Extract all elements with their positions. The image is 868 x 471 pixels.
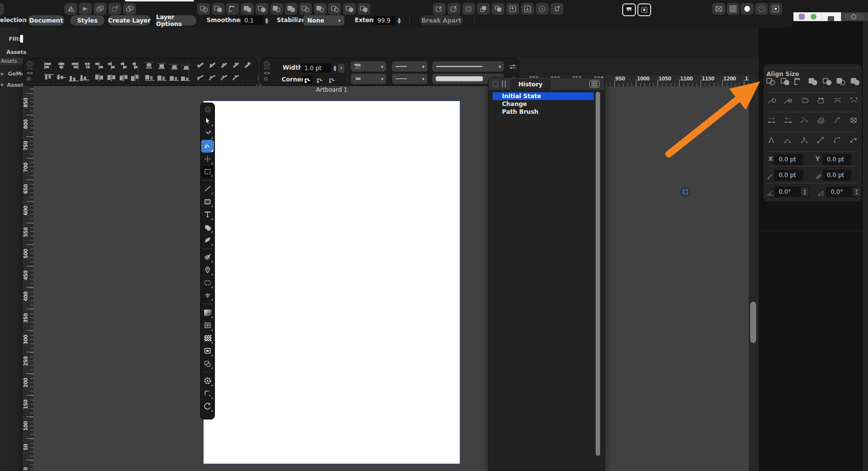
shape-tool[interactable] — [201, 357, 214, 370]
freeform-brush-tool[interactable] — [201, 234, 214, 246]
stroke-style-dropdown[interactable]: ▾ — [392, 61, 427, 72]
stroke-align-dropdown[interactable]: ▾ — [351, 61, 386, 72]
history-item[interactable]: Change — [493, 100, 594, 108]
swap-order-button[interactable] — [551, 3, 563, 15]
distribute-bottom-icon[interactable] — [118, 74, 129, 82]
align-bottom-icon[interactable] — [68, 74, 79, 82]
x-value-field[interactable]: 0.0 pt — [774, 154, 803, 165]
width-stepper[interactable]: ▲▼ — [332, 63, 338, 73]
align-middle-stack-icon[interactable] — [157, 61, 167, 70]
union-button[interactable] — [197, 3, 210, 15]
pattern-tool[interactable] — [201, 332, 214, 344]
align-center-h-icon[interactable] — [56, 61, 67, 70]
distribute-edge-v-icon[interactable] — [130, 74, 140, 82]
intersect-icon[interactable] — [807, 77, 819, 86]
profile-f-icon[interactable] — [195, 74, 206, 82]
history-drag-grip[interactable] — [502, 80, 506, 87]
combine-back-button[interactable] — [299, 3, 312, 15]
align-edge-h-icon[interactable] — [79, 61, 90, 70]
duplicate-swap-button[interactable] — [123, 3, 136, 15]
pixel-pattern-button[interactable] — [727, 3, 739, 15]
flip-vertical-button[interactable] — [79, 3, 92, 15]
expanded-triangle-icon[interactable]: ▼ — [0, 83, 3, 87]
align-edge-v-icon[interactable] — [79, 74, 90, 82]
shear-v-field[interactable]: 0.0 pt — [822, 170, 851, 181]
subtract-icon[interactable] — [779, 77, 791, 86]
align-top-stack-icon[interactable] — [144, 61, 155, 70]
contrast-preview-button[interactable] — [741, 3, 754, 15]
pull-down-button[interactable] — [536, 3, 549, 15]
point-transform-tool[interactable] — [201, 153, 214, 165]
profile-e-icon[interactable] — [242, 61, 253, 70]
align-left-icon[interactable] — [44, 61, 54, 70]
paint-brush-tool[interactable] — [201, 251, 214, 263]
break-apart-button[interactable]: Break Apart — [420, 15, 463, 26]
profile-h-icon[interactable] — [219, 74, 230, 82]
shape-builder-tool[interactable] — [201, 221, 214, 234]
color-picker-tool[interactable] — [201, 263, 214, 276]
history-menu-icon[interactable] — [589, 80, 600, 88]
merge-button[interactable] — [226, 3, 239, 15]
intersect-button[interactable] — [241, 3, 254, 15]
trim-button[interactable] — [285, 3, 297, 15]
export-slice-button[interactable] — [712, 3, 725, 15]
panel-expand-icon[interactable]: <> — [263, 71, 271, 76]
round-corner-button[interactable] — [315, 76, 325, 84]
focus-ring-button[interactable] — [755, 3, 768, 15]
selection-marquee-tool[interactable] — [202, 166, 213, 178]
profile-d-icon[interactable] — [231, 61, 241, 70]
profile-i-icon[interactable] — [231, 74, 241, 82]
delete-path-icon[interactable] — [848, 115, 860, 125]
corner-angle-icon[interactable] — [765, 135, 777, 145]
profile-g-icon[interactable] — [207, 74, 218, 82]
miter-corner-button[interactable] — [303, 76, 313, 84]
extent-stepper[interactable]: ▲▼ — [396, 16, 402, 25]
document-button[interactable]: Document — [28, 15, 64, 26]
history-close-icon[interactable]: ✕ — [492, 80, 499, 88]
object-style-mode-button[interactable] — [637, 3, 651, 16]
width-dropdown-button[interactable]: ▾ — [338, 64, 344, 73]
vector-brush-tool[interactable] — [201, 140, 214, 153]
text-tool[interactable] — [201, 208, 214, 221]
layer-options-button[interactable]: Layer Options — [156, 15, 196, 26]
shear-h-field[interactable]: 0.0 pt — [774, 170, 803, 181]
width-value-field[interactable]: 1.0 pt — [301, 63, 331, 73]
arc-handles-icon[interactable] — [848, 96, 860, 105]
align-right-icon[interactable] — [68, 61, 79, 70]
fill-circle-button[interactable] — [358, 3, 370, 15]
smoothness-value-field[interactable]: 0.1 — [241, 16, 263, 25]
panel-grip-icon[interactable]: == — [26, 68, 34, 69]
distribute-center-h-icon[interactable] — [106, 61, 117, 70]
distribute-edge-h-icon[interactable] — [130, 61, 140, 70]
gradient-tool[interactable] — [201, 306, 214, 319]
mesh-tool[interactable] — [201, 289, 214, 302]
assets-tab-strip[interactable]: Assets — [0, 58, 23, 65]
history-scrollbar-thumb[interactable] — [596, 92, 600, 456]
smooth-nodes-icon[interactable] — [848, 135, 860, 145]
corner-arc-icon[interactable] — [782, 135, 794, 145]
profile-c-icon[interactable] — [219, 61, 230, 70]
align-bottom-stack-icon[interactable] — [169, 61, 180, 70]
styles-button[interactable]: Styles — [70, 15, 105, 26]
space-center-icon[interactable] — [157, 74, 167, 82]
bevel-corner-button[interactable] — [327, 76, 337, 84]
round-corner-node-icon[interactable] — [831, 135, 843, 145]
stroke-options-button[interactable] — [508, 61, 518, 72]
edit-outside-button[interactable] — [447, 3, 460, 15]
slice-tool[interactable] — [201, 387, 214, 400]
color-wheel-tool[interactable] — [201, 374, 214, 387]
spiral-icon[interactable] — [815, 115, 827, 125]
divide-icon[interactable] — [821, 77, 833, 86]
space-right-icon[interactable] — [169, 74, 180, 82]
close-path-icon[interactable] — [815, 96, 827, 105]
flip-horizontal-button[interactable] — [64, 3, 77, 15]
distribute-middle-icon[interactable] — [106, 74, 117, 82]
history-tab[interactable]: History — [509, 78, 552, 90]
paint-style-mode-button[interactable] — [622, 3, 636, 16]
artboard[interactable] — [203, 101, 460, 464]
reverse-left-icon[interactable] — [782, 115, 794, 125]
rotate2-stepper[interactable]: ▴▾ — [853, 187, 861, 196]
distribute-left-icon[interactable] — [94, 61, 105, 70]
duplicate-move-button[interactable] — [108, 3, 121, 15]
distribute-right-icon[interactable] — [118, 61, 129, 70]
